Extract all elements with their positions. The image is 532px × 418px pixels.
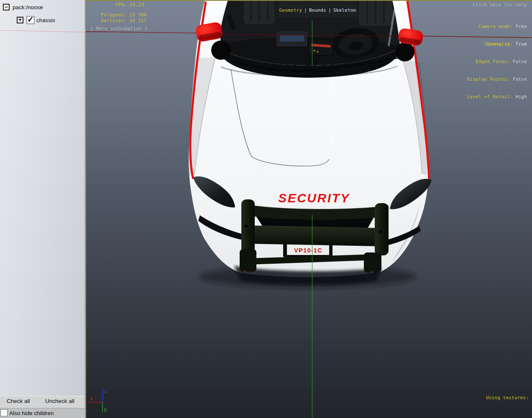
tab-skeleton[interactable]: Skeleton: [333, 8, 356, 13]
also-hide-children-checkbox[interactable]: [0, 409, 8, 416]
tab-separator: |: [304, 8, 307, 13]
police-console: [277, 32, 307, 46]
viewport-canvas[interactable]: SECURITY VP10-1C: [86, 1, 532, 418]
side-mirror-right: [395, 28, 424, 61]
help-link[interactable]: Click here for help: [473, 2, 527, 8]
view-mode-tabs: Geometry|Bounds|Skeleton: [86, 2, 532, 18]
tree-node-chassis[interactable]: chassis: [36, 17, 55, 23]
textures-panel: Using textures: vehshare_truck.wtd[-] ve…: [466, 379, 529, 418]
push-bar: [240, 199, 389, 273]
uncheck-all-button[interactable]: Uncheck all: [45, 398, 74, 404]
more-information-link[interactable]: [ More information ]: [90, 26, 147, 31]
camera-mode-setting[interactable]: Camera mode:Free: [478, 24, 527, 30]
tab-separator: |: [328, 8, 331, 13]
level-of-detail-setting[interactable]: Level of Detail:High: [467, 94, 527, 100]
model-tree-sidebar: − pack:/noose + ✓ chassis Check all Unch…: [0, 0, 85, 418]
textures-title: Using textures:: [466, 394, 529, 402]
expand-toggle-icon[interactable]: +: [17, 17, 23, 23]
tree-node-pack-noose[interactable]: pack:/noose: [13, 4, 43, 10]
axis-y-label: y: [104, 406, 107, 412]
axis-x-label: x: [90, 395, 93, 401]
geometry-setting[interactable]: Geometry:True: [467, 41, 527, 47]
also-hide-children-label: Also hide children: [9, 410, 54, 416]
render-settings: Geometry:True Edged Faces:False Display …: [467, 30, 527, 112]
axis-z-label: z: [104, 388, 107, 394]
edged-faces-setting[interactable]: Edged Faces:False: [467, 59, 527, 65]
tree-actions-band: Check all Uncheck all: [0, 396, 84, 408]
axis-gizmo: x z y: [89, 388, 107, 412]
license-plate-text: VP10-1C: [294, 247, 322, 254]
check-mark-icon: ✓: [27, 15, 34, 24]
axis-line-overlay: [0, 0, 85, 418]
display-points-setting[interactable]: Display Points:False: [467, 76, 527, 82]
viewport[interactable]: SECURITY VP10-1C: [85, 0, 532, 418]
security-decal: SECURITY: [278, 191, 350, 205]
vertices-counter: Vertices: 24 137: [101, 18, 146, 23]
collapse-toggle-icon[interactable]: −: [3, 4, 10, 10]
hide-children-band: Also hide children: [0, 408, 84, 418]
check-all-button[interactable]: Check all: [7, 398, 30, 404]
tab-bounds[interactable]: Bounds: [309, 8, 326, 13]
chassis-visibility-checkbox[interactable]: ✓: [26, 16, 35, 24]
tab-geometry[interactable]: Geometry: [279, 8, 302, 13]
